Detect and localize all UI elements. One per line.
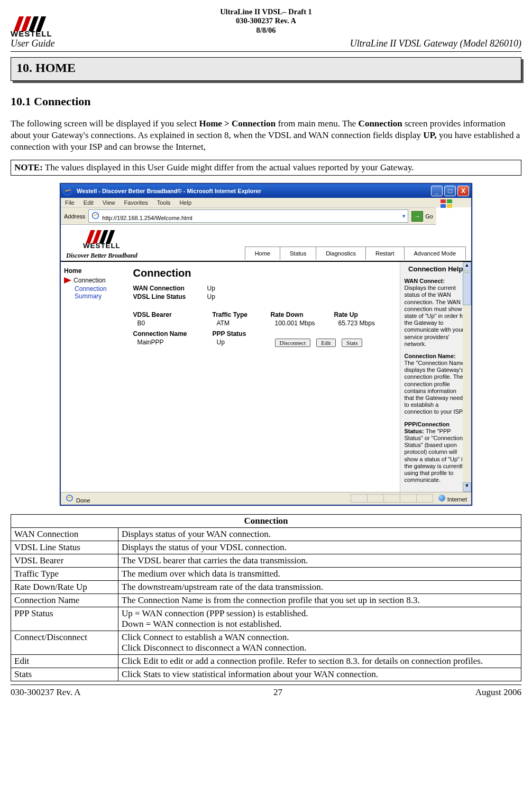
field-description: The medium over which data is transmitte… (118, 568, 521, 581)
help-wan-text: Displays the current status of the WAN c… (405, 285, 467, 347)
table-row: Traffic TypeThe medium over which data i… (11, 568, 521, 581)
running-head-right: UltraLine II VDSL Gateway (Model 826010) (350, 38, 521, 49)
sidebar-item-connection[interactable]: Connection (63, 277, 126, 284)
tab-home[interactable]: Home (245, 247, 280, 260)
help-cn-text: The "Connection Name" displays the Gatew… (405, 360, 467, 415)
field-name: Stats (11, 668, 118, 681)
doc-header: UltraLine II VDSL– Draft 1 030-300237 Re… (11, 7, 521, 35)
col-connection-name: Connection Name (133, 330, 213, 337)
dropdown-icon[interactable]: ▾ (402, 213, 406, 220)
go-label: Go (425, 213, 433, 220)
westell-logo-small: WESTELL (83, 230, 121, 250)
menu-view[interactable]: View (103, 199, 115, 206)
footer-center: 27 (273, 687, 282, 698)
table-row: WAN ConnectionDisplays status of your WA… (11, 528, 521, 541)
menu-edit[interactable]: Edit (84, 199, 94, 206)
col-rate-down: Rate Down (271, 311, 334, 318)
tab-restart[interactable]: Restart (365, 247, 404, 260)
field-description: Click Stats to view statistical informat… (118, 668, 521, 681)
close-button[interactable]: X (457, 186, 469, 196)
tab-status[interactable]: Status (280, 247, 316, 260)
minimize-button[interactable]: _ (431, 186, 443, 196)
sidebar-item-summary[interactable]: Connection Summary (75, 285, 126, 300)
tab-diagnostics[interactable]: Diagnostics (316, 247, 366, 260)
tab-advanced[interactable]: Advanced Mode (404, 247, 466, 260)
page-footer: 030-300237 Rev. A 27 August 2006 (11, 685, 521, 698)
go-button[interactable]: → (411, 211, 423, 222)
field-name: VDSL Bearer (11, 554, 118, 568)
table-row: VDSL BearerThe VDSL bearer that carries … (11, 554, 521, 568)
panel-title: Connection (133, 267, 397, 279)
cell-rate-up: 65.723 Mbps (338, 320, 397, 327)
col-traffic-type: Traffic Type (213, 311, 271, 318)
url-text: http://192.168.1.254/Welcome.html (102, 215, 192, 221)
note-label: NOTE: (14, 162, 43, 172)
field-name: Rate Down/Rate Up (11, 581, 118, 594)
cell-traffic: ATM (217, 320, 275, 327)
menu-help[interactable]: Help (179, 199, 191, 206)
doc-header-line1: UltraLine II VDSL– Draft 1 (11, 7, 521, 16)
body-paragraph: The following screen will be displayed i… (11, 118, 521, 152)
ie-icon (63, 187, 72, 196)
window-title: Westell - Discover Better Broadband© - M… (77, 188, 261, 194)
field-description: Click Edit to edit or add a connection p… (118, 655, 521, 668)
windows-flag-icon (441, 199, 452, 208)
sidebar-item-label: Connection (74, 277, 106, 284)
table-title: Connection (11, 515, 521, 528)
field-description-table: Connection WAN ConnectionDisplays status… (11, 514, 521, 681)
body-bold: Home > Connection (199, 118, 276, 129)
note-text: The values displayed in this User Guide … (43, 162, 414, 172)
body-text: from main menu. The (278, 118, 358, 129)
disconnect-button[interactable]: Disconnect (275, 339, 310, 347)
table-row: PPP StatusUp = WAN connection (PPP sessi… (11, 607, 521, 631)
menu-file[interactable]: File (65, 199, 75, 206)
scrollbar[interactable]: ▲ ▼ (463, 262, 471, 492)
maximize-button[interactable]: □ (444, 186, 456, 196)
field-name: Connect/Disconnect (11, 631, 118, 655)
status-done: Done (76, 497, 90, 504)
arrow-right-icon (64, 277, 71, 284)
field-description: Up = WAN connection (PPP session) is est… (118, 607, 521, 631)
field-name: Connection Name (11, 594, 118, 607)
edit-button[interactable]: Edit (316, 339, 335, 347)
footer-left: 030-300237 Rev. A (11, 687, 81, 698)
menu-tools[interactable]: Tools (157, 199, 171, 206)
scroll-thumb[interactable] (463, 272, 471, 305)
scroll-up-icon[interactable]: ▲ (463, 262, 471, 271)
field-description: The Connection Name is from the connecti… (118, 594, 521, 607)
field-description: Displays the status of your VDSL connect… (118, 541, 521, 554)
cell-conn-name: MainPPP (133, 339, 217, 347)
doc-header-line2: 030-300237 Rev. A (11, 16, 521, 25)
wan-connection-value: Up (207, 285, 215, 292)
sidebar-group-home: Home (64, 267, 126, 275)
vdsl-line-label: VDSL Line Status (133, 293, 207, 300)
subsection-title: 10.1 Connection (11, 95, 521, 108)
field-name: Traffic Type (11, 568, 118, 581)
section-banner: 10. HOME (11, 57, 521, 81)
field-name: PPP Status (11, 607, 118, 631)
brand-slogan: Discover Better Broadband (66, 252, 137, 260)
stats-button[interactable]: Stats (342, 339, 362, 347)
note-box: NOTE: The values displayed in this User … (11, 160, 521, 176)
body-bold: Connection (359, 118, 402, 129)
done-icon (66, 495, 73, 501)
table-row: StatsClick Stats to view statistical inf… (11, 668, 521, 681)
cell-rate-down: 100.001 Mbps (275, 320, 338, 327)
vdsl-line-value: Up (207, 293, 215, 300)
wan-connection-label: WAN Connection (133, 285, 207, 292)
table-row: Rate Down/Rate UpThe downstream/upstream… (11, 581, 521, 594)
field-description: Click Connect to establish a WAN connect… (118, 631, 521, 655)
field-name: WAN Connection (11, 528, 118, 541)
help-ppp-text: The "PPP Status" or "Connection Status" … (405, 428, 466, 483)
col-ppp-status: PPP Status (213, 330, 271, 337)
field-name: VDSL Line Status (11, 541, 118, 554)
menu-favorites[interactable]: Favorites (124, 199, 148, 206)
status-internet: Internet (447, 496, 467, 503)
field-description: Displays status of your WAN connection. (118, 528, 521, 541)
table-row: Connect/DisconnectClick Connect to estab… (11, 631, 521, 655)
col-vdsl-bearer: VDSL Bearer (133, 311, 213, 318)
screenshot: Westell - Discover Better Broadband© - M… (60, 183, 472, 506)
address-input[interactable]: http://192.168.1.254/Welcome.html ▾ (88, 209, 408, 223)
scroll-down-icon[interactable]: ▼ (463, 482, 471, 492)
body-text: The following screen will be displayed i… (11, 118, 199, 129)
